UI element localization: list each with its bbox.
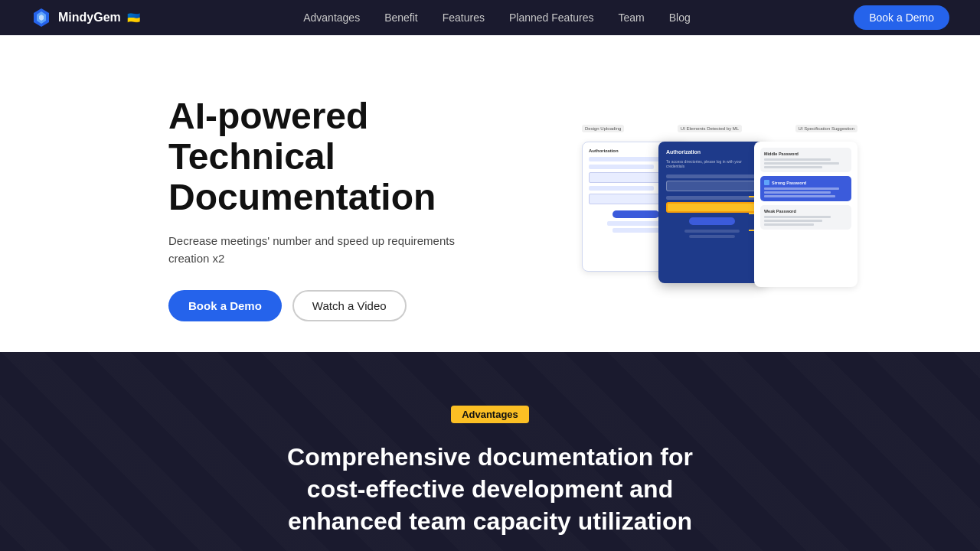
mockup-label-design: Design Uploading <box>582 125 624 132</box>
mockup-center-cta <box>689 217 735 225</box>
advantages-section: Advantages Comprehensive documentation f… <box>0 352 980 551</box>
mockup-middle-password: Middle Password <box>760 148 851 172</box>
nav-team[interactable]: Team <box>619 11 645 24</box>
hero-section: AI-powered Technical Documentation Decre… <box>0 35 980 352</box>
advantages-content: Advantages Comprehensive documentation f… <box>0 406 980 551</box>
hero-content: AI-powered Technical Documentation Decre… <box>168 96 498 321</box>
ui-mockup: Design Uploading UI Elements Detected by… <box>582 125 858 293</box>
ukraine-flag-icon: 🇺🇦 <box>127 11 140 24</box>
navbar: MindyGem 🇺🇦 Advantages Benefit Features … <box>0 0 980 35</box>
nav-blog[interactable]: Blog <box>669 11 691 24</box>
logo-icon <box>31 7 52 28</box>
advantages-title: Comprehensive documentation for cost-eff… <box>260 442 720 537</box>
nav-advantages[interactable]: Advantages <box>303 11 360 24</box>
mockup-link-1 <box>684 230 740 233</box>
mockup-weak-password: Weak Password <box>760 205 851 230</box>
hero-buttons: Book a Demo Watch a Video <box>168 290 498 321</box>
mockup-field-2 <box>666 196 758 200</box>
mockup-auth-label-center: Authorization <box>666 149 758 155</box>
nav-links: Advantages Benefit Features Planned Feat… <box>303 11 691 24</box>
mockup-field-1 <box>666 174 758 178</box>
mockup-password-field-highlight <box>666 202 758 213</box>
logo-text: MindyGem <box>58 11 121 24</box>
mockup-right-panel: Middle Password Strong Password <box>754 142 858 287</box>
logo-area: MindyGem 🇺🇦 <box>31 7 140 28</box>
hero-book-demo-button[interactable]: Book a Demo <box>168 290 282 321</box>
hero-title: AI-powered Technical Documentation <box>168 96 498 217</box>
hero-watch-video-button[interactable]: Watch a Video <box>292 290 407 321</box>
navbar-book-demo-button[interactable]: Book a Demo <box>854 5 949 30</box>
nav-features[interactable]: Features <box>443 11 485 24</box>
mockup-email-field <box>666 181 758 191</box>
nav-benefit[interactable]: Benefit <box>384 11 418 24</box>
hero-mockup-image: Design Uploading UI Elements Detected by… <box>582 125 858 293</box>
mockup-top-labels: Design Uploading UI Elements Detected by… <box>582 125 858 137</box>
advantages-badge: Advantages <box>451 406 529 423</box>
nav-planned-features[interactable]: Planned Features <box>509 11 594 24</box>
mockup-center-desc: To access directories, please log in wit… <box>666 159 758 168</box>
mockup-strong-password: Strong Password <box>760 176 851 201</box>
mockup-label-spec: UI Specification Suggestion <box>795 125 858 132</box>
mockup-left-cta <box>612 210 659 218</box>
mockup-link-2 <box>689 235 735 238</box>
mockup-label-ui-elements: UI Elements Detected by ML <box>678 125 742 132</box>
hero-subtitle: Decrease meetings' number and speed up r… <box>168 233 498 267</box>
